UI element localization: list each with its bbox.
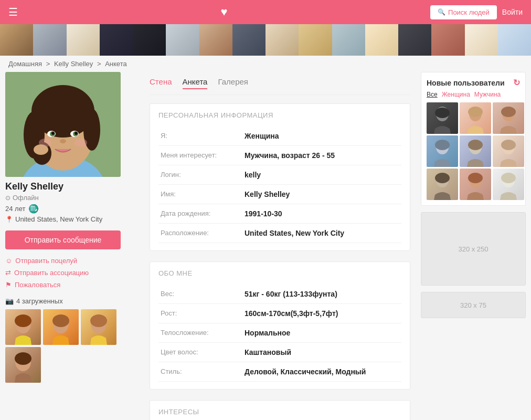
info-label: Дата рождения: [158,204,242,224]
user-grid [427,102,520,200]
profile-name: Kelly Shelley [5,181,139,192]
tab-gallery[interactable]: Галерея [218,77,248,89]
user-thumb-9[interactable] [493,169,524,200]
profile-age-text: 24 лет [5,205,25,213]
personal-info-title: ПЕРСОНАЛЬНАЯ ИНФОРМАЦИЯ [158,111,401,121]
about-me-title: ОБО МНЕ [158,269,401,279]
personal-info-section: ПЕРСОНАЛЬНАЯ ИНФОРМАЦИЯ Я: Женщина Меня … [150,103,410,251]
report-icon: ⚑ [5,281,12,289]
info-value: Нормальное [242,323,401,343]
strip-photo-9 [266,24,299,56]
ad-box-small: 320 x 75 [421,292,526,318]
photo-strip [0,24,531,56]
svg-point-15 [60,139,66,143]
info-value: Каштановый [242,343,401,362]
refresh-icon[interactable]: ↻ [513,78,520,88]
header-right: 🔍 Поиск людей Войти [430,5,523,19]
strip-photo-12 [365,24,398,56]
user-thumb-4[interactable] [427,135,458,167]
svg-point-22 [52,314,69,327]
info-value: United States, New York City [242,224,401,243]
svg-point-34 [435,140,450,150]
svg-point-30 [468,107,483,117]
info-label: Вес: [158,285,242,304]
tab-wall[interactable]: Стена [150,77,172,89]
menu-icon[interactable]: ☰ [8,6,18,18]
user-thumb-1[interactable] [427,102,458,134]
report-label: Пожаловаться [15,281,60,289]
new-users-header: Новые пользователи ↻ [427,78,520,88]
user-thumb-5[interactable] [460,135,491,167]
breadcrumb-name[interactable]: Kelly Shelley [54,60,93,68]
svg-point-36 [468,140,483,150]
info-label: Я: [158,127,242,146]
table-row: Цвет волос: Каштановый [158,343,401,362]
filter-male[interactable]: Мужчина [474,91,501,98]
interests-title: ИНТЕРЕСЫ [158,408,401,418]
camera-icon: 📷 [5,297,14,305]
user-thumb-8[interactable] [460,169,491,200]
photo-thumb-4[interactable] [5,347,41,383]
info-value: Деловой, Классический, Модный [242,362,401,382]
info-label: Логин: [158,165,242,185]
info-value: 51кг - 60кг (113-133фунта) [242,285,401,304]
profile-status: ⊙ Офлайн [5,194,139,202]
table-row: Имя: Kelly Shelley [158,185,401,204]
zodiac-icon: ♏ [28,204,39,214]
report-link[interactable]: ⚑ Пожаловаться [5,281,139,289]
svg-point-14 [75,132,78,135]
search-button[interactable]: 🔍 Поиск людей [430,5,497,19]
strip-photo-8 [232,24,266,56]
info-label: Имя: [158,185,242,204]
send-kiss-link[interactable]: ☺ Отправить поцелуй [5,257,139,265]
status-icon: ⊙ [5,194,10,202]
filter-female[interactable]: Женщина [442,91,470,98]
new-users-filters: Все Женщина Мужчина [427,91,520,98]
photo-thumb-2[interactable] [43,309,79,345]
send-message-button[interactable]: Отправить сообщение [5,230,121,249]
kiss-label: Отправить поцелуй [15,257,77,265]
strip-photo-4 [100,24,133,56]
user-thumb-3[interactable] [493,102,524,134]
new-users-title-text: Новые пользователи [427,79,505,87]
user-thumb-2[interactable] [460,102,491,134]
about-me-table: Вес: 51кг - 60кг (113-133фунта) Рост: 16… [158,285,401,382]
status-text: Офлайн [13,194,39,202]
photo-thumb-1[interactable] [5,309,41,345]
login-button[interactable]: Войти [502,8,523,16]
tab-profile[interactable]: Анкета [183,77,208,89]
breadcrumb: Домашняя > Kelly Shelley > Анкета [0,56,531,72]
center-column: Стена Анкета Галерея ПЕРСОНАЛЬНАЯ ИНФОРМ… [144,72,416,420]
strip-photo-7 [199,24,232,56]
association-icon: ⇄ [5,269,11,277]
breadcrumb-sep2: > [97,60,101,68]
left-column: Kelly Shelley ⊙ Офлайн 24 лет ♏ 📍 United… [5,72,144,420]
breadcrumb-home[interactable]: Домашняя [8,60,42,68]
about-me-section: ОБО МНЕ Вес: 51кг - 60кг (113-133фунта) … [150,261,410,390]
user-thumb-7[interactable] [427,169,458,200]
svg-point-42 [468,173,483,183]
new-users-box: Новые пользователи ↻ Все Женщина Мужчина [421,72,526,206]
profile-photo [5,72,121,177]
profile-age-row: 24 лет ♏ [5,204,139,214]
table-row: Дата рождения: 1991-10-30 [158,204,401,224]
table-row: Телосложение: Нормальное [158,323,401,343]
strip-photo-3 [67,24,100,56]
personal-info-table: Я: Женщина Меня интересует: Мужчина, воз… [158,127,401,243]
info-value: 160см-170см(5,3фт-5,7фт) [242,304,401,323]
table-row: Вес: 51кг - 60кг (113-133фунта) [158,285,401,304]
send-association-link[interactable]: ⇄ Отправить ассоциацию [5,269,139,277]
strip-photo-2 [33,24,66,56]
location-icon: 📍 [5,216,13,223]
info-label: Расположение: [158,224,242,243]
strip-photo-6 [166,24,199,56]
user-thumb-6[interactable] [493,135,524,167]
photos-count-text: 4 загруженных [16,297,63,305]
photo-thumb-3[interactable] [81,309,116,345]
table-row: Я: Женщина [158,127,401,146]
filter-all[interactable]: Все [427,91,438,98]
svg-point-38 [501,140,516,150]
strip-photo-10 [299,24,332,56]
table-row: Логин: kelly [158,165,401,185]
table-row: Меня интересует: Мужчина, возраст 26 - 5… [158,146,401,165]
